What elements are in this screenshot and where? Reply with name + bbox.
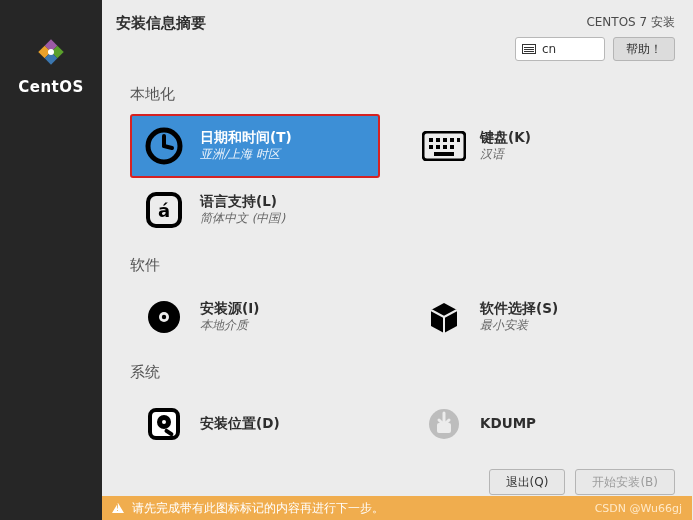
- spoke-status: 最小安装: [480, 318, 558, 334]
- spoke-language[interactable]: á 语言支持(L) 简体中文 (中国): [130, 178, 380, 242]
- svg-rect-19: [434, 152, 454, 156]
- section-heading-localization: 本地化: [130, 85, 669, 104]
- distro-logo: CentOS: [18, 30, 84, 96]
- spoke-keyboard[interactable]: 键盘(K) 汉语: [410, 114, 660, 178]
- svg-rect-14: [457, 138, 460, 142]
- keyboard-mini-icon: [522, 44, 536, 54]
- keyboard-icon: [422, 124, 466, 168]
- spoke-install-destination[interactable]: 安装位置(D): [130, 392, 380, 456]
- svg-point-24: [162, 315, 166, 319]
- spoke-title: 语言支持(L): [200, 193, 285, 211]
- spoke-title: 软件选择(S): [480, 300, 558, 318]
- disc-icon: [142, 295, 186, 339]
- spoke-install-source[interactable]: 安装源(I) 本地介质: [130, 285, 380, 349]
- quit-button[interactable]: 退出(Q): [489, 469, 566, 495]
- spoke-datetime[interactable]: 日期和时间(T) 亚洲/上海 时区: [130, 114, 380, 178]
- spoke-title: KDUMP: [480, 415, 536, 433]
- svg-point-5: [48, 49, 54, 55]
- spoke-software-selection[interactable]: 软件选择(S) 最小安装: [410, 285, 660, 349]
- svg-point-27: [162, 420, 166, 424]
- page-title: 安装信息摘要: [116, 14, 206, 33]
- spoke-status: 简体中文 (中国): [200, 211, 285, 227]
- distro-name: CentOS: [18, 78, 84, 96]
- svg-rect-10: [429, 138, 433, 142]
- clock-icon: [142, 124, 186, 168]
- package-icon: [422, 295, 466, 339]
- spoke-kdump[interactable]: KDUMP: [410, 392, 660, 456]
- language-icon: á: [142, 188, 186, 232]
- spoke-status: 本地介质: [200, 318, 259, 334]
- warning-bar: 请先完成带有此图标标记的内容再进行下一步。 CSDN @Wu66gj: [102, 496, 692, 520]
- help-button[interactable]: 帮助！: [613, 37, 675, 61]
- section-heading-software: 软件: [130, 256, 669, 275]
- spoke-status: 汉语: [480, 147, 531, 163]
- svg-rect-12: [443, 138, 447, 142]
- spoke-title: 键盘(K): [480, 129, 531, 147]
- topbar: 安装信息摘要 CENTOS 7 安装 cn 帮助！: [102, 0, 693, 65]
- svg-rect-18: [450, 145, 454, 149]
- watermark: CSDN @Wu66gj: [595, 502, 682, 515]
- content-area: 本地化 日期和时间(T) 亚洲/上海 时区 键盘(K): [102, 65, 693, 463]
- distro-label: CENTOS 7 安装: [586, 14, 675, 31]
- svg-rect-16: [436, 145, 440, 149]
- sidebar: CentOS: [0, 0, 102, 520]
- section-heading-system: 系统: [130, 363, 669, 382]
- warning-icon: [112, 503, 124, 513]
- spoke-status: 亚洲/上海 时区: [200, 147, 292, 163]
- centos-logo-icon: [29, 30, 73, 74]
- spoke-title: 安装源(I): [200, 300, 259, 318]
- spoke-title: 日期和时间(T): [200, 129, 292, 147]
- keyboard-layout-code: cn: [542, 42, 556, 56]
- warning-text: 请先完成带有此图标标记的内容再进行下一步。: [132, 500, 384, 517]
- svg-rect-15: [429, 145, 433, 149]
- svg-rect-13: [450, 138, 454, 142]
- svg-text:á: á: [158, 200, 170, 221]
- svg-line-8: [164, 146, 172, 148]
- begin-install-button[interactable]: 开始安装(B): [575, 469, 675, 495]
- svg-rect-17: [443, 145, 447, 149]
- harddisk-icon: [142, 402, 186, 446]
- spoke-title: 安装位置(D): [200, 415, 280, 433]
- svg-rect-11: [436, 138, 440, 142]
- keyboard-layout-selector[interactable]: cn: [515, 37, 605, 61]
- kdump-icon: [422, 402, 466, 446]
